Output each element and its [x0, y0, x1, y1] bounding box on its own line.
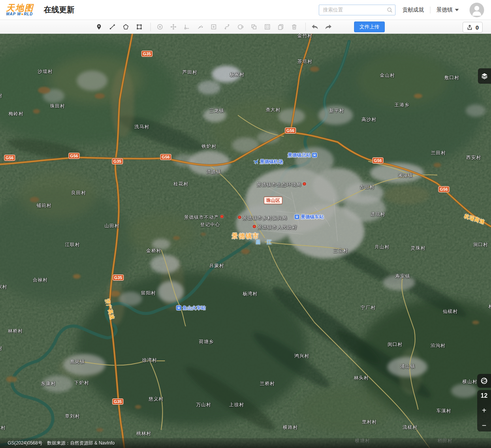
merge-shapes-tool: [250, 23, 258, 31]
person-icon: [470, 3, 484, 17]
map-label: 月山村: [375, 244, 390, 250]
rasterize-tool: [264, 23, 271, 31]
search-input[interactable]: [319, 5, 395, 15]
city-selector-dropdown[interactable]: 景德镇: [437, 7, 459, 13]
road-badge-g56: G56: [160, 154, 171, 160]
map-label: 铺前村: [37, 202, 52, 209]
map-label: 进坑村: [371, 211, 386, 218]
map-label: 洗马村: [135, 124, 150, 130]
draw-point-tool[interactable]: [95, 23, 103, 31]
map-label: 沙堤村: [38, 68, 53, 75]
user-avatar[interactable]: [470, 3, 484, 17]
map-label: 万山村: [196, 402, 211, 408]
map-label: 桂花村: [174, 181, 189, 187]
map-label: 灵珠村: [411, 245, 426, 251]
map-label: 景德镇车站: [293, 214, 324, 221]
map-canvas[interactable]: 金竹村沙堤村芦田村杨家村茶培村金山村敷口村梅岭村珠田村三龙镇洗马村查大村新平村王…: [0, 34, 491, 448]
map-label: 铁炉村: [202, 143, 217, 150]
map-label: 东康村: [41, 380, 56, 387]
chevron-down-icon: [455, 9, 459, 11]
map-label: 杨家村: [230, 71, 245, 78]
map-label: 登记中心: [200, 222, 220, 228]
road-badge-g35: G35: [142, 51, 153, 57]
zoom-level-value: 12: [481, 392, 488, 399]
polygon-icon: [122, 23, 129, 30]
map-label: 济广高速: [104, 298, 116, 321]
draw-line-tool[interactable]: [109, 23, 116, 31]
redo-button[interactable]: [325, 23, 332, 31]
map-label: 景德镇市乡村振兴局: [237, 215, 287, 222]
globe-icon: [480, 377, 488, 385]
map-label: 洪源镇: [206, 169, 221, 175]
layer-switcher-button[interactable]: [478, 68, 491, 84]
city-label: 景德镇市: [232, 232, 259, 240]
map-label: 林村: [0, 425, 6, 431]
center-box-icon: [210, 23, 217, 30]
zoom-out-button[interactable]: −: [477, 422, 491, 429]
map-label: 敷口村: [445, 74, 460, 81]
map-label: 村: [0, 93, 3, 99]
map-label: 村: [0, 345, 3, 352]
road-badge-g35: G35: [112, 398, 124, 405]
center-mark-tool: [210, 23, 217, 31]
file-upload-button[interactable]: 文件上传: [354, 21, 385, 32]
editing-toolbar: 文件上传 0: [0, 20, 491, 34]
redo-icon: [325, 23, 332, 30]
move-icon: [170, 23, 177, 30]
map-label: 留阳村: [141, 290, 156, 296]
map-label: 金竹村: [298, 34, 313, 39]
map-label: 荷塘乡: [199, 339, 214, 345]
merge-icon: [250, 23, 257, 30]
undo-icon: [311, 23, 319, 30]
map-label: 西安村: [466, 154, 481, 161]
map-label: 梅岭村: [9, 111, 24, 117]
add-node-icon: [157, 23, 163, 30]
logo-english-text: MAP W●RLD: [6, 12, 38, 16]
district-badge: 珠山区: [264, 197, 282, 204]
map-label: 闵口村: [388, 341, 403, 348]
map-label: 洞口村: [473, 241, 488, 248]
map-label: 新平村: [330, 107, 344, 114]
train-station-icon: [312, 152, 317, 159]
map-label: 凰岗镇: [70, 359, 85, 365]
map-label: 浦山镇: [400, 363, 415, 370]
map-label: 茶培村: [298, 58, 313, 65]
reshape-tool: [237, 23, 244, 31]
map-label: 古田村: [360, 184, 375, 190]
trash-icon: [291, 23, 298, 30]
map-label: 三龙镇: [209, 107, 224, 114]
map-attribution-bar: GS(2024)0568号 数据来源：自然资源部 & NavInfo: [0, 438, 491, 448]
map-label: 景德镇北站: [288, 152, 318, 159]
tianditu-logo[interactable]: 天地图 MAP W●RLD: [6, 3, 38, 16]
map-label: 景德镇市人民政府: [252, 224, 297, 231]
zoom-in-button[interactable]: +: [477, 407, 491, 414]
map-label: 高沙村: [362, 116, 377, 123]
map-label: 章刘村: [65, 413, 80, 420]
page-title: 在线更新: [44, 5, 74, 15]
map-label: 金山村: [380, 72, 395, 79]
contribution-achievements-link[interactable]: 贡献成就: [402, 7, 424, 13]
poi-marker-dot: [238, 216, 241, 219]
map-label: 里村村: [362, 419, 377, 425]
map-label: 合禄村: [33, 277, 48, 283]
copy-icon: [277, 23, 284, 30]
right-angle-tool: [183, 23, 191, 31]
upload-count-button[interactable]: 0: [463, 22, 483, 33]
map-label: 林桥村: [8, 328, 23, 334]
map-label: 村: [489, 303, 491, 310]
move-feature-tool: [170, 23, 177, 31]
draw-polygon-tool[interactable]: [122, 23, 130, 31]
map-label: 兰田村: [431, 150, 446, 156]
add-node-tool: [156, 23, 164, 31]
reshape-icon: [237, 23, 244, 30]
map-label: 金桥村: [147, 248, 161, 254]
map-label: 兰桥村: [260, 380, 275, 387]
globe-3d-button[interactable]: [477, 374, 491, 388]
search-icon[interactable]: [387, 7, 393, 15]
draw-rect-tool[interactable]: [135, 23, 143, 31]
map-label: 昌江: [255, 239, 278, 246]
undo-button[interactable]: [311, 23, 319, 31]
logo-chinese-text: 天地图: [6, 3, 38, 12]
zoom-control: 12 + −: [477, 390, 491, 431]
poi-marker-dot: [220, 215, 224, 218]
